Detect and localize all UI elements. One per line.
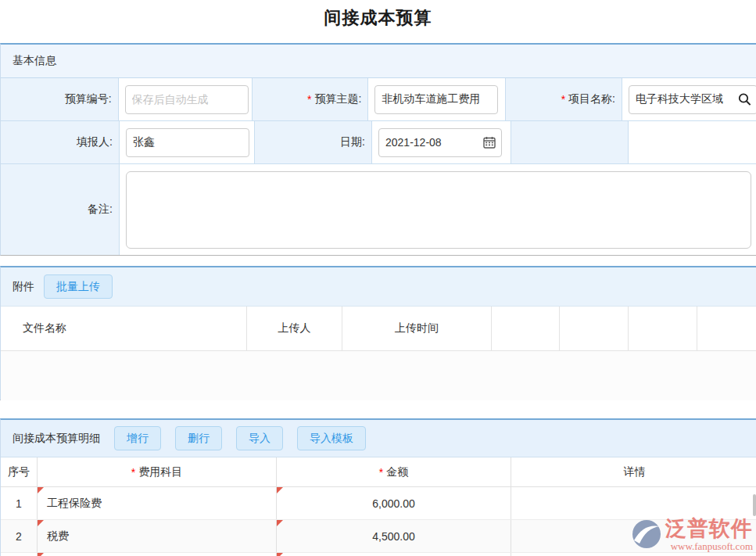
detail-cell[interactable]	[511, 553, 756, 556]
column-header-empty	[560, 307, 629, 350]
required-asterisk: *	[561, 93, 565, 106]
budget-no-label: 预算编号:	[1, 78, 119, 120]
fanpu-logo-icon	[631, 518, 662, 550]
column-header-seq: 序号	[1, 457, 38, 486]
date-cell	[372, 121, 511, 163]
vendor-watermark: 泛普软件 www.fanpusoft.com	[631, 517, 753, 553]
editable-corner-marker	[277, 487, 283, 493]
column-header-detail: 详情	[511, 457, 756, 486]
empty-label-cell	[511, 121, 629, 163]
project-label: * 项目名称:	[506, 78, 622, 120]
basic-info-row-1: 预算编号: * 预算主题: * 项目名称:	[1, 78, 756, 121]
project-input[interactable]	[629, 85, 756, 114]
page-title: 间接成本预算	[0, 6, 756, 30]
vertical-scrollbar-thumb[interactable]	[753, 494, 756, 516]
batch-upload-button[interactable]: 批量上传	[44, 274, 113, 299]
column-header-uploader: 上传人	[247, 307, 342, 350]
row-seq: 1	[1, 487, 38, 519]
detail-section-title: 间接成本预算明细	[13, 432, 100, 446]
import-button[interactable]: 导入	[236, 426, 283, 450]
budget-no-cell	[119, 78, 253, 120]
column-header-cost-subject: * 费用科目	[38, 457, 277, 486]
date-label: 日期:	[255, 121, 372, 163]
column-header-empty	[697, 307, 756, 350]
watermark-brand: 泛普软件	[665, 517, 753, 540]
attachments-section: 附件 批量上传 文件名称 上传人 上传时间	[0, 266, 756, 400]
filler-cell	[120, 121, 255, 163]
subject-label: * 预算主题:	[253, 78, 369, 120]
filler-label: 填报人:	[1, 121, 120, 163]
basic-info-row-remark: 备注:	[1, 164, 756, 255]
editable-corner-marker	[38, 553, 44, 556]
editable-corner-marker	[38, 487, 44, 493]
empty-input-cell	[629, 121, 756, 163]
search-icon[interactable]	[738, 93, 751, 106]
project-cell	[622, 78, 756, 120]
amount-cell[interactable]	[277, 553, 511, 556]
row-seq	[1, 553, 38, 556]
table-row	[1, 553, 756, 556]
attachments-table-header: 文件名称 上传人 上传时间	[1, 307, 756, 351]
subject-cell	[368, 78, 506, 120]
remark-label: 备注:	[1, 164, 120, 255]
cost-subject-cell[interactable]	[38, 553, 277, 556]
column-header-amount: * 金额	[277, 457, 511, 486]
required-asterisk: *	[307, 93, 311, 106]
table-row: 1 工程保险费 6,000.00	[1, 487, 756, 520]
remark-textarea[interactable]	[126, 171, 751, 249]
column-header-upload-time: 上传时间	[342, 307, 492, 350]
amount-cell[interactable]: 6,000.00	[277, 487, 511, 519]
editable-corner-marker	[277, 520, 283, 526]
attachments-titlebar: 附件 批量上传	[1, 267, 756, 307]
basic-info-section-title: 基本信息	[1, 45, 756, 78]
attachments-section-title: 附件	[13, 280, 34, 294]
delete-row-button[interactable]: 删行	[175, 426, 222, 450]
add-row-button[interactable]: 增行	[114, 426, 161, 450]
row-seq: 2	[1, 520, 38, 552]
basic-info-row-2: 填报人: 日期:	[1, 121, 756, 164]
detail-cell[interactable]	[511, 487, 756, 519]
watermark-url: www.fanpusoft.com	[671, 540, 753, 553]
cost-subject-cell[interactable]: 工程保险费	[38, 487, 277, 519]
amount-cell[interactable]: 4,500.00	[277, 520, 511, 552]
column-header-empty	[492, 307, 560, 350]
watermark-text: 泛普软件 www.fanpusoft.com	[665, 517, 753, 553]
cost-subject-cell[interactable]: 税费	[38, 520, 277, 552]
import-template-button[interactable]: 导入模板	[297, 426, 366, 450]
attachments-table-body	[1, 351, 756, 400]
detail-table-header: 序号 * 费用科目 * 金额 详情	[1, 457, 756, 487]
basic-info-section: 基本信息 预算编号: * 预算主题: * 项目名称: 填报人:	[0, 43, 756, 256]
editable-corner-marker	[277, 553, 283, 556]
subject-input[interactable]	[374, 85, 498, 114]
required-asterisk: *	[379, 466, 383, 479]
filler-input[interactable]	[126, 128, 249, 157]
calendar-icon[interactable]	[483, 136, 496, 149]
remark-cell	[120, 164, 756, 255]
required-asterisk: *	[131, 466, 135, 479]
detail-titlebar: 间接成本预算明细 增行 删行 导入 导入模板	[1, 420, 756, 457]
budget-no-input[interactable]	[125, 85, 249, 114]
column-header-file-name: 文件名称	[1, 307, 247, 350]
column-header-empty	[629, 307, 697, 350]
editable-corner-marker	[38, 520, 44, 526]
